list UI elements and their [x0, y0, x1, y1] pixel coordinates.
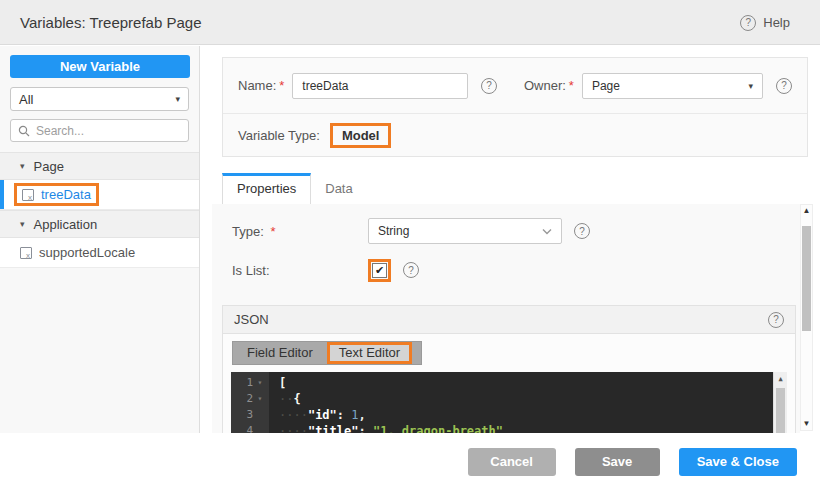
search-icon: [18, 125, 30, 137]
help-question-icon: ?: [740, 15, 756, 31]
save-button[interactable]: Save: [575, 448, 660, 476]
is-list-help-icon[interactable]: ?: [403, 262, 419, 278]
code-lines: [··{····"id": 1,····"title": "1. dragon-…: [269, 372, 787, 433]
editor-mode-toolbar: Field Editor Text Editor: [232, 341, 422, 365]
name-help-icon[interactable]: ?: [481, 78, 497, 94]
variable-type-label: Variable Type:: [238, 128, 320, 143]
variable-summary-card: Name: * ? Owner: * Page ▾ ? Variable Typ…: [222, 57, 808, 157]
variable-filter-value: All: [19, 92, 33, 107]
name-required-marker: *: [279, 78, 284, 93]
panel-scrollbar[interactable]: ▲ ▼: [800, 204, 813, 431]
is-list-checkbox[interactable]: ✔: [372, 263, 387, 278]
tree-group-page[interactable]: ▾Page: [0, 152, 199, 180]
field-editor-button[interactable]: Field Editor: [233, 342, 327, 364]
variable-detail-panel: Name: * ? Owner: * Page ▾ ? Variable Typ…: [201, 46, 820, 433]
json-panel-header: JSON ?: [223, 306, 795, 334]
type-row: Type: * String ?: [212, 218, 800, 244]
editor-scrollbar-thumb[interactable]: [776, 388, 785, 433]
caret-down-icon: ▾: [175, 94, 180, 104]
cancel-button[interactable]: Cancel: [468, 448, 556, 476]
tree-group-label: Application: [34, 217, 98, 232]
is-list-row: Is List: ✔ ?: [212, 257, 800, 283]
json-help-icon[interactable]: ?: [768, 312, 784, 328]
is-list-label: Is List:: [232, 263, 368, 278]
json-panel: JSON ? Field Editor Text Editor 1▾2▾34 […: [222, 305, 796, 433]
chevron-down-icon: [542, 228, 552, 235]
owner-select[interactable]: Page ▾: [582, 73, 763, 99]
json-panel-title: JSON: [234, 312, 269, 327]
name-label: Name:: [238, 78, 276, 93]
tree-item-label: treeData: [41, 187, 91, 202]
text-editor-button[interactable]: Text Editor: [327, 342, 412, 364]
tree-item-treeData[interactable]: xtreeData: [0, 180, 199, 210]
type-help-icon[interactable]: ?: [574, 223, 590, 239]
name-input[interactable]: [292, 73, 468, 99]
help-button[interactable]: ? Help: [740, 0, 790, 45]
tree-item-supportedLocale[interactable]: xsupportedLocale: [0, 238, 199, 268]
owner-required-marker: *: [569, 78, 574, 93]
tree-group-label: Page: [34, 159, 64, 174]
type-select[interactable]: String: [368, 218, 562, 244]
json-code-editor[interactable]: 1▾2▾34 [··{····"id": 1,····"title": "1. …: [231, 372, 787, 433]
search-box: [10, 119, 189, 142]
owner-label: Owner:: [524, 78, 566, 93]
type-required-marker: *: [270, 224, 275, 239]
detail-tabs: Properties Data: [222, 173, 367, 204]
editor-scrollbar[interactable]: ▲: [773, 372, 787, 433]
caret-down-icon: ▾: [748, 81, 753, 91]
tab-properties[interactable]: Properties: [222, 173, 311, 204]
group-expanded-icon: ▾: [20, 219, 25, 229]
code-gutter: 1▾2▾34: [231, 372, 269, 433]
type-value: String: [378, 224, 409, 238]
panel-scrollbar-thumb[interactable]: [802, 226, 811, 331]
variable-tree: ▾PagextreeData▾ApplicationxsupportedLoca…: [0, 152, 199, 268]
owner-help-icon[interactable]: ?: [776, 78, 792, 94]
name-owner-row: Name: * ? Owner: * Page ▾ ?: [223, 58, 807, 114]
code-fold-icon[interactable]: ▾: [253, 391, 267, 407]
new-variable-button[interactable]: New Variable: [10, 55, 190, 78]
is-list-checkbox-highlight: ✔: [368, 259, 391, 282]
properties-tab-content: Type: * String ? Is List: ✔ ?: [212, 204, 800, 433]
dialog-header: Variables: Treeprefab Page ? Help: [0, 0, 820, 45]
tree-item-label: supportedLocale: [39, 245, 135, 260]
save-and-close-button[interactable]: Save & Close: [679, 448, 797, 476]
type-label: Type: *: [232, 224, 368, 239]
variable-icon: x: [22, 189, 34, 201]
tab-data[interactable]: Data: [311, 174, 366, 204]
group-expanded-icon: ▾: [20, 161, 25, 171]
variable-filter-select[interactable]: All ▾: [10, 87, 189, 111]
editor-scroll-up-icon[interactable]: ▲: [774, 372, 787, 386]
owner-value: Page: [592, 79, 620, 93]
dialog-footer: Cancel Save Save & Close: [0, 433, 820, 490]
variable-icon: x: [20, 247, 32, 259]
code-fold-icon[interactable]: ▾: [253, 375, 267, 391]
scroll-down-icon[interactable]: ▼: [801, 418, 812, 430]
scroll-up-icon[interactable]: ▲: [801, 205, 812, 217]
help-label: Help: [763, 15, 790, 30]
variables-sidebar: New Variable All ▾ ▾PagextreeData▾Applic…: [0, 46, 200, 433]
checkmark-icon: ✔: [375, 264, 384, 277]
search-input[interactable]: [36, 124, 176, 138]
tree-group-application[interactable]: ▾Application: [0, 210, 199, 238]
page-title: Variables: Treeprefab Page: [20, 14, 202, 31]
variable-type-value-highlighted: Model: [330, 123, 392, 148]
variable-type-row: Variable Type: Model: [223, 114, 807, 156]
variables-dialog: Variables: Treeprefab Page ? Help New Va…: [0, 0, 820, 490]
